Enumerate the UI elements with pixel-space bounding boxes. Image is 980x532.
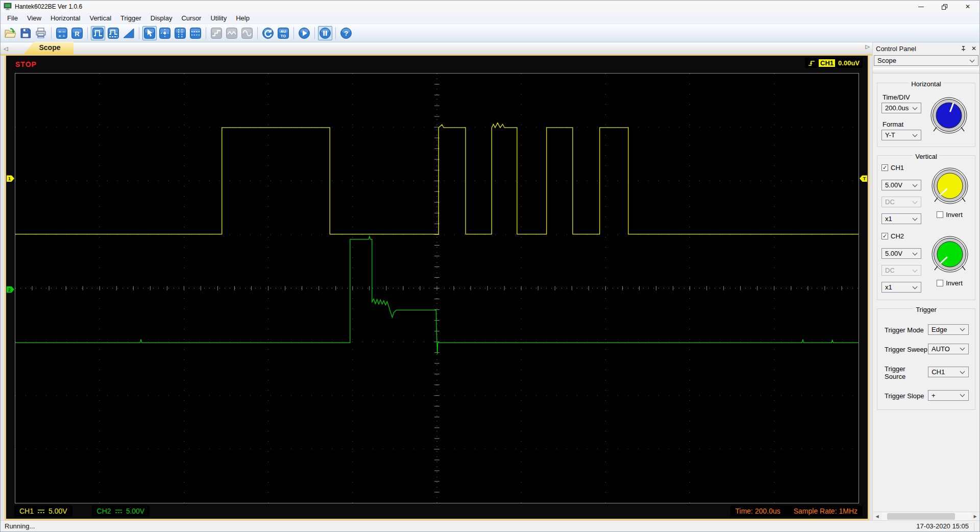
right-marker-rail: T — [859, 73, 868, 503]
trigger-slope-select[interactable]: + — [928, 390, 969, 401]
trigger-readout: CH1 0.00uV — [805, 58, 863, 68]
app-icon — [4, 3, 12, 11]
ch1-volts-div: 5.00V — [48, 507, 67, 515]
svg-text:R: R — [75, 30, 80, 37]
ch1-coupling-value: DC — [885, 198, 895, 206]
ch2-coupling-value: DC — [885, 267, 895, 274]
scope-display: STOP CH1 0.00uV 1 2 — [5, 56, 869, 520]
pin-icon[interactable] — [961, 46, 966, 52]
waveform-button-icon[interactable] — [91, 26, 105, 40]
window-title: Hantek6022BE Ver 1.0.6 — [15, 3, 82, 10]
scroll-left-icon[interactable]: ◀ — [873, 514, 881, 519]
dc-coupling-icon — [37, 509, 45, 514]
trigger-source-label: Trigger Source — [885, 365, 928, 380]
restore-button[interactable] — [933, 1, 956, 13]
ch2-volts-select[interactable]: 5.00V — [881, 248, 921, 259]
trigger-slope-label: Trigger Slope — [885, 392, 924, 400]
ch1-position-knob[interactable] — [931, 167, 969, 205]
chevron-down-icon — [960, 392, 965, 397]
start-button-icon[interactable] — [297, 26, 311, 40]
menu-help[interactable]: Help — [231, 13, 254, 23]
save-button-icon[interactable] — [18, 26, 33, 40]
format-label: Format — [883, 120, 926, 128]
math-button-icon[interactable]: +−×÷ — [55, 26, 69, 40]
panel-close-icon[interactable]: ✕ — [971, 45, 976, 52]
ch2-probe-value: x1 — [885, 283, 892, 291]
chevron-down-icon — [913, 199, 918, 204]
menu-cursor[interactable]: Cursor — [177, 13, 206, 23]
ch2-enable-checkbox[interactable]: ✓ — [881, 233, 888, 239]
refresh-button-icon[interactable] — [261, 26, 275, 40]
waveform-level-button-icon[interactable] — [106, 26, 120, 40]
tab-scroll-right-icon[interactable]: ▷ — [863, 43, 871, 52]
ch1-probe-select[interactable]: x1 — [881, 213, 921, 224]
open-button-icon[interactable] — [3, 26, 17, 40]
menu-display[interactable]: Display — [146, 13, 177, 23]
reference-button-icon[interactable]: R — [70, 26, 84, 40]
print-button-icon[interactable] — [34, 26, 48, 40]
menu-utility[interactable]: Utility — [206, 13, 231, 23]
ch2-position-knob[interactable] — [931, 235, 969, 273]
autoset-button-icon[interactable]: AUTO — [276, 26, 290, 40]
chevron-down-icon — [913, 215, 918, 221]
ch2-probe-select[interactable]: x1 — [881, 282, 921, 293]
chevron-down-icon — [960, 326, 965, 331]
trigger-slope-value: + — [932, 392, 936, 399]
time-div-select[interactable]: 200.0us — [881, 103, 921, 113]
tab-scroll-left-icon[interactable]: ◁ — [1, 45, 9, 54]
menu-file[interactable]: File — [3, 13, 22, 23]
ch1-enable-checkbox[interactable]: ✓ — [881, 164, 888, 171]
cursor-arrow-button-icon[interactable] — [142, 26, 157, 40]
sample-rate: Sample Rate: 1MHz — [794, 507, 857, 515]
scrollbar-thumb[interactable] — [887, 513, 955, 520]
ch1-probe-value: x1 — [885, 215, 892, 223]
horizontal-cursor-button-icon[interactable] — [188, 26, 203, 40]
chevron-down-icon — [913, 284, 918, 289]
ch1-volts-select[interactable]: 5.00V — [881, 180, 921, 190]
tab-scope[interactable]: Scope — [23, 42, 74, 54]
format-select[interactable]: Y-T — [881, 130, 921, 140]
trigger-source-select[interactable]: CH1 — [928, 367, 969, 377]
graticule-svg — [15, 74, 859, 503]
tabbar: ◁ Scope ▷ — [1, 42, 872, 56]
ch2-ground-marker[interactable]: 2 — [7, 286, 14, 293]
sine-wave-button-icon — [240, 26, 254, 40]
ch1-invert-checkbox[interactable] — [937, 211, 943, 218]
horizontal-knob[interactable] — [930, 96, 968, 134]
menu-view[interactable]: View — [22, 13, 46, 23]
horizontal-legend: Horizontal — [909, 80, 944, 88]
menu-trigger[interactable]: Trigger — [116, 13, 146, 23]
step-wave-button-icon — [209, 26, 224, 40]
panel-mode-select[interactable]: Scope — [874, 55, 978, 66]
trigger-sweep-select[interactable]: AUTO — [928, 344, 969, 354]
ch1-checkbox-label: CH1 — [891, 164, 904, 172]
pause-button-icon[interactable] — [318, 26, 332, 40]
track-cursor-button-icon[interactable] — [158, 26, 172, 40]
scroll-right-icon[interactable]: ▶ — [971, 514, 979, 519]
trigger-group: Trigger Trigger Mode Edge Trigger Sweep … — [877, 308, 975, 410]
trigger-source-value: CH1 — [932, 368, 945, 376]
menu-horizontal[interactable]: Horizontal — [46, 13, 85, 23]
trigger-mode-label: Trigger Mode — [885, 326, 924, 334]
svg-text:?: ? — [344, 30, 348, 37]
menu-vertical[interactable]: Vertical — [85, 13, 116, 23]
vertical-cursor-button-icon[interactable] — [173, 26, 187, 40]
trigger-level-marker[interactable]: T — [860, 175, 867, 182]
time-div-value: 200.0us — [885, 104, 909, 112]
minimize-button[interactable] — [909, 1, 933, 13]
ch2-invert-checkbox[interactable] — [937, 280, 943, 286]
chevron-down-icon — [960, 346, 965, 351]
close-button[interactable]: ✕ — [956, 1, 979, 13]
ch2-scale-readout: CH2 5.00V — [92, 505, 150, 517]
chevron-down-icon — [913, 132, 918, 137]
ch1-volts-value: 5.00V — [885, 181, 902, 189]
trigger-mode-select[interactable]: Edge — [928, 324, 969, 335]
scrollbar-track[interactable] — [881, 513, 971, 520]
ramp-button-icon[interactable] — [121, 26, 136, 40]
help-button-icon[interactable]: ? — [339, 26, 353, 40]
tab-scope-label: Scope — [39, 43, 60, 52]
trigger-channel-badge: CH1 — [819, 59, 835, 67]
trigger-level-value: 0.00uV — [838, 59, 860, 67]
chevron-down-icon — [913, 105, 918, 110]
ch1-ground-marker[interactable]: 1 — [7, 175, 14, 182]
